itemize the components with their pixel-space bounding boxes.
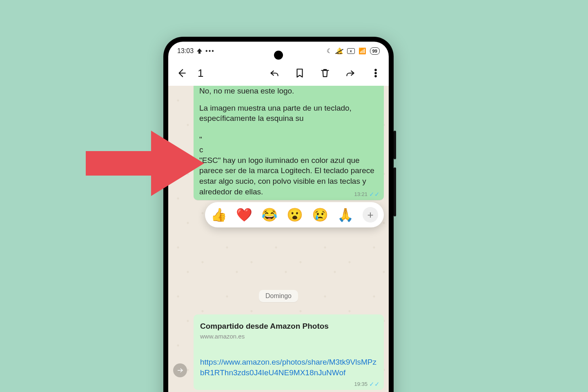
message-text: La imagen muestra una parte de un teclad… xyxy=(199,104,352,123)
back-icon[interactable] xyxy=(176,67,187,79)
link-text[interactable]: https://www.amazon.es/photos/share/M3tk9… xyxy=(200,357,377,378)
phone-device-frame: 13:03 ••• x 99 1 xyxy=(163,37,394,392)
message-timestamp: 13:21 xyxy=(354,191,368,198)
read-ticks-icon: ✓✓ xyxy=(369,381,380,387)
reaction-surprised[interactable]: 😮 xyxy=(287,208,303,221)
mute-icon xyxy=(336,47,343,55)
message-text: No, no me suena este logo. xyxy=(199,86,378,96)
battery-indicator: 99 xyxy=(370,47,380,55)
instructional-arrow xyxy=(86,122,204,206)
overflow-menu-icon[interactable] xyxy=(370,67,381,79)
reaction-picker: 👍 ❤️ 😂 😮 😢 🙏 + xyxy=(205,202,384,227)
message-timestamp: 19:35 xyxy=(354,381,368,388)
reaction-thumbs-up[interactable]: 👍 xyxy=(211,208,227,221)
upload-icon xyxy=(197,49,202,54)
svg-marker-1 xyxy=(151,131,204,196)
reaction-pray[interactable]: 🙏 xyxy=(337,208,354,221)
selected-count: 1 xyxy=(198,67,203,80)
link-preview-title: Compartido desde Amazon Photos xyxy=(200,321,377,332)
message-bubble-link[interactable]: Compartido desde Amazon Photos www.amazo… xyxy=(194,314,384,390)
svg-point-2 xyxy=(375,69,376,71)
reaction-more-button[interactable]: + xyxy=(363,207,378,223)
svg-point-3 xyxy=(375,72,376,74)
phone-side-button xyxy=(394,131,396,159)
link-preview-domain: www.amazon.es xyxy=(200,332,377,341)
reaction-heart[interactable]: ❤️ xyxy=(236,208,252,221)
svg-point-4 xyxy=(375,76,376,77)
wifi-icon xyxy=(359,47,366,55)
bookmark-icon[interactable] xyxy=(294,67,305,79)
message-bubble-outgoing[interactable]: No, no me suena este logo. La imagen mue… xyxy=(194,86,384,200)
message-text: "ESC" hay un logo iluminado en color azu… xyxy=(199,156,374,196)
svg-rect-0 xyxy=(86,151,151,176)
status-time: 13:03 xyxy=(177,47,194,55)
phone-side-button xyxy=(394,167,396,216)
reply-icon[interactable] xyxy=(269,67,280,79)
forward-icon[interactable] xyxy=(345,67,356,79)
date-separator: Domingo xyxy=(259,290,298,302)
selection-action-bar: 1 xyxy=(168,60,389,86)
dnd-moon-icon xyxy=(327,47,332,55)
forward-badge-icon[interactable] xyxy=(173,363,187,377)
reaction-sad[interactable]: 😢 xyxy=(312,208,328,221)
camera-punch-hole xyxy=(274,51,283,60)
close-box-icon: x xyxy=(347,48,355,54)
reaction-laugh[interactable]: 😂 xyxy=(261,208,278,221)
delete-icon[interactable] xyxy=(319,67,331,79)
read-ticks-icon: ✓✓ xyxy=(369,191,380,197)
more-status-icon: ••• xyxy=(205,47,215,55)
